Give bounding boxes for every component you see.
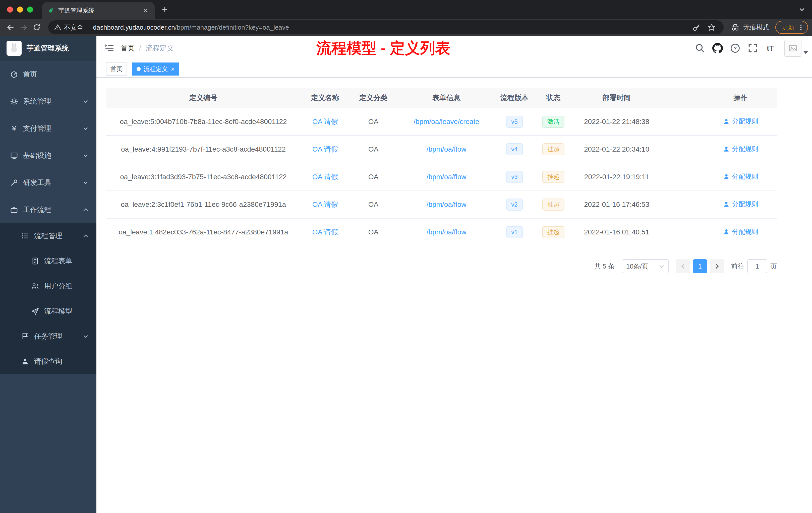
version-tag: v2	[506, 199, 522, 211]
password-key-icon[interactable]	[691, 21, 702, 33]
tab-close-icon[interactable]	[142, 6, 150, 14]
address-bar[interactable]: 不安全 dashboard.yudao.iocoder.cn/bpm/manag…	[48, 20, 724, 34]
browser-tab[interactable]: 芋道管理系统	[42, 2, 155, 19]
sidebar-item-process-form[interactable]: 流程表单	[0, 248, 96, 274]
table-row: oa_leave:3:1fad3d93-7b75-11ec-a3c8-acde4…	[106, 163, 777, 191]
sidebar-item-devtools[interactable]: 研发工具	[0, 169, 96, 196]
tag-label: 首页	[111, 65, 122, 73]
sidebar-item-label: 工作流程	[23, 205, 51, 215]
sidebar-item-leave-query[interactable]: 请假查询	[0, 349, 96, 374]
bookmark-star-icon[interactable]	[705, 21, 718, 33]
status-tag: 挂起	[542, 171, 564, 183]
svg-text:?: ?	[734, 46, 737, 51]
definition-name-link[interactable]: OA 请假	[312, 228, 338, 236]
chevron-down-icon	[83, 334, 88, 339]
goto-page: 前往 页	[731, 259, 777, 273]
zoom-window-button[interactable]	[27, 6, 33, 12]
status-tag: 激活	[542, 116, 564, 128]
goto-page-input[interactable]	[747, 259, 767, 273]
url-host: dashboard.yudao.iocoder.cn	[93, 24, 175, 31]
column-header: 操作	[704, 88, 777, 108]
definition-category: OA	[349, 218, 397, 246]
assign-rule-icon	[723, 146, 730, 152]
chevron-up-icon	[83, 233, 88, 239]
chevron-down-icon	[659, 264, 664, 269]
help-icon[interactable]: ?	[730, 43, 741, 54]
back-button[interactable]	[4, 21, 17, 34]
assign-rule-label: 分配规则	[732, 117, 758, 126]
next-page-button[interactable]	[710, 259, 724, 273]
tag-home[interactable]: 首页	[106, 62, 127, 76]
security-chip[interactable]: 不安全	[54, 23, 83, 32]
flag-icon	[21, 332, 29, 340]
definition-name-link[interactable]: OA 请假	[312, 201, 338, 208]
cell-spacer	[660, 108, 704, 135]
page-annotation: 流程模型 - 定义列表	[316, 38, 450, 58]
app-logo-row: 芋道管理系统	[0, 36, 96, 61]
browser-tabstrip: 芋道管理系统	[0, 0, 812, 19]
assign-rule-link[interactable]: 分配规则	[723, 200, 758, 209]
definition-table: 定义编号定义名称定义分类表单信息流程版本状态部署时间操作 oa_leave:5:…	[106, 88, 777, 246]
fullscreen-icon[interactable]	[747, 43, 758, 54]
close-window-button[interactable]	[7, 6, 13, 12]
browser-toolbar: 不安全 dashboard.yudao.iocoder.cn/bpm/manag…	[0, 19, 812, 36]
gear-icon	[10, 97, 18, 105]
definition-name-link[interactable]: OA 请假	[312, 118, 338, 125]
form-link[interactable]: /bpm/oa/flow	[427, 173, 466, 181]
sidebar-item-home[interactable]: 首页	[0, 61, 96, 88]
column-header: 表单信息	[397, 88, 496, 108]
sidebar-item-system[interactable]: 系统管理	[0, 88, 96, 115]
new-tab-button[interactable]	[158, 2, 172, 17]
yen-icon: ¥	[10, 124, 18, 132]
form-link[interactable]: /bpm/oa/flow	[427, 228, 466, 236]
minimize-window-button[interactable]	[17, 6, 23, 12]
hamburger-icon[interactable]	[96, 43, 120, 53]
column-header: 定义编号	[106, 88, 301, 108]
tab-search-icon[interactable]	[799, 0, 805, 19]
sidebar-item-process-model[interactable]: 流程模型	[0, 299, 96, 324]
tag-close-icon[interactable]: ×	[171, 66, 174, 72]
sidebar-item-label: 流程管理	[34, 231, 62, 241]
assign-rule-link[interactable]: 分配规则	[723, 228, 758, 236]
font-size-icon[interactable]: tT	[765, 43, 776, 54]
sidebar-item-workflow[interactable]: 工作流程	[0, 196, 96, 223]
form-link[interactable]: /bpm/oa/flow	[427, 145, 466, 153]
form-link[interactable]: /bpm/oa/leave/create	[413, 118, 479, 125]
window-controls	[0, 6, 42, 12]
form-link[interactable]: /bpm/oa/flow	[427, 201, 466, 208]
sidebar-item-process-management[interactable]: 流程管理	[0, 223, 96, 248]
avatar-dropdown[interactable]	[784, 40, 808, 57]
pagination: 共 5 条 10条/页 1 前往	[106, 259, 777, 273]
column-header: 状态	[533, 88, 574, 108]
page-size-select[interactable]: 10条/页	[622, 259, 669, 273]
sidebar-item-task-management[interactable]: 任务管理	[0, 324, 96, 349]
sidebar-item-user-group[interactable]: 用户分组	[0, 274, 96, 299]
breadcrumb-home-link[interactable]: 首页	[120, 43, 135, 53]
assign-rule-link[interactable]: 分配规则	[723, 145, 758, 153]
list-icon	[21, 232, 29, 240]
assign-rule-link[interactable]: 分配规则	[723, 172, 758, 181]
goto-label: 前往	[731, 262, 744, 271]
tags-view-bar: 首页 流程定义 ×	[96, 61, 812, 78]
sidebar-item-label: 用户分组	[44, 281, 72, 291]
definition-name-link[interactable]: OA 请假	[312, 145, 338, 153]
assign-rule-link[interactable]: 分配规则	[723, 117, 758, 126]
url-path: /bpm/manager/definition?key=oa_leave	[175, 24, 289, 31]
page-number-button[interactable]: 1	[693, 259, 707, 273]
definition-id: oa_leave:2:3c1f0ef1-76b1-11ec-9c66-a2380…	[106, 191, 301, 218]
search-icon[interactable]	[695, 43, 705, 54]
tag-process-definition[interactable]: 流程定义 ×	[132, 62, 179, 76]
github-icon[interactable]	[712, 43, 723, 54]
sidebar-item-label: 研发工具	[23, 178, 51, 187]
chevron-down-icon	[83, 99, 88, 104]
reload-button[interactable]	[30, 21, 43, 34]
chevron-down-icon	[83, 180, 88, 185]
table-row: oa_leave:1:482ec033-762a-11ec-8477-a2380…	[106, 218, 777, 246]
update-menu-button[interactable]: 更新	[775, 21, 808, 34]
assign-rule-label: 分配规则	[732, 228, 758, 236]
sidebar-item-infrastructure[interactable]: 基础设施	[0, 142, 96, 169]
sidebar-item-payment[interactable]: ¥ 支付管理	[0, 115, 96, 142]
prev-page-button[interactable]	[676, 259, 690, 273]
definition-name-link[interactable]: OA 请假	[312, 173, 338, 181]
forward-button[interactable]	[17, 21, 30, 34]
